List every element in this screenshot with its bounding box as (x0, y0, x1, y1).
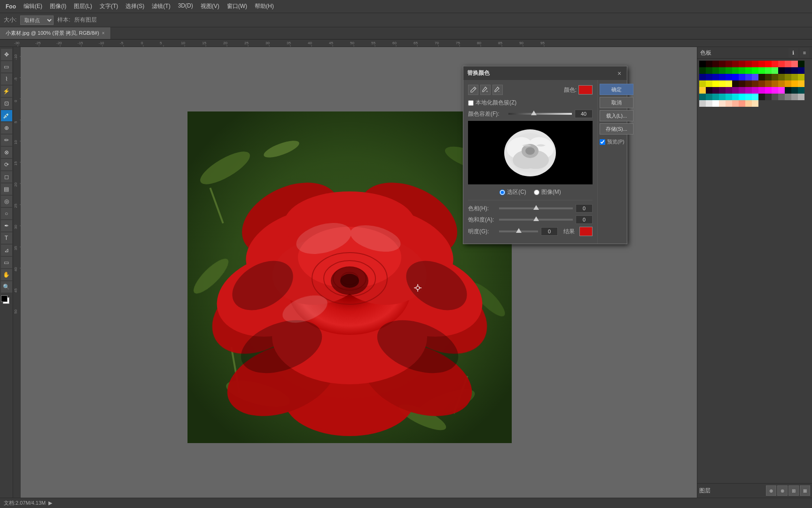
color-swatch[interactable] (791, 94, 798, 100)
color-swatch[interactable] (752, 87, 758, 94)
color-swatch[interactable] (765, 74, 772, 80)
color-swatch[interactable] (719, 74, 726, 80)
color-swatch[interactable] (732, 74, 739, 80)
layer-btn-3[interactable]: ⊞ (789, 485, 799, 496)
color-swatch[interactable] (726, 67, 732, 74)
menu-image[interactable]: 图像(I) (46, 0, 70, 12)
hand-tool[interactable]: ✋ (1, 269, 12, 280)
menu-edit[interactable]: 编辑(E) (20, 0, 46, 12)
color-swatch[interactable] (726, 74, 732, 80)
color-swatch[interactable] (745, 80, 752, 87)
gradient-tool[interactable]: ▤ (1, 183, 12, 195)
color-swatch[interactable] (712, 80, 719, 87)
localized-checkbox[interactable] (468, 100, 474, 106)
preview-checkbox[interactable] (600, 139, 605, 145)
color-swatch[interactable] (699, 80, 706, 87)
eyedropper-tool active[interactable]: 💉 (1, 110, 12, 121)
color-swatch[interactable] (752, 67, 758, 74)
color-swatch[interactable] (772, 94, 778, 100)
color-swatch[interactable] (798, 87, 804, 94)
result-color-swatch[interactable] (579, 227, 593, 236)
color-swatch[interactable] (732, 100, 739, 107)
color-swatch[interactable] (791, 80, 798, 87)
color-swatch[interactable] (745, 74, 752, 80)
color-swatch[interactable] (712, 61, 719, 67)
tab-close-button[interactable]: × (102, 31, 105, 36)
layer-btn-1[interactable]: ⊕ (766, 485, 776, 496)
cancel-button[interactable]: 取消 (600, 97, 633, 108)
color-swatch[interactable] (719, 80, 726, 87)
eraser-tool[interactable]: ◻ (1, 171, 12, 183)
selection-radio[interactable] (500, 190, 505, 195)
color-swatch[interactable] (778, 74, 785, 80)
menu-window[interactable]: 窗口(W) (223, 0, 251, 12)
color-swatch[interactable] (791, 61, 798, 67)
image-label[interactable]: 图像(M) (541, 188, 561, 196)
load-button[interactable]: 载入(L)... (600, 110, 633, 121)
color-swatch[interactable] (778, 67, 785, 74)
color-swatch[interactable] (745, 87, 752, 94)
lasso-tool[interactable]: ⌇ (1, 73, 12, 85)
color-swatch[interactable] (778, 94, 785, 100)
color-swatch[interactable] (726, 87, 732, 94)
color-swatch[interactable] (798, 74, 804, 80)
brightness-slider[interactable] (499, 230, 538, 232)
color-swatch[interactable] (739, 100, 745, 107)
color-swatch[interactable] (791, 87, 798, 94)
layer-btn-4[interactable]: ⊠ (800, 485, 810, 496)
color-swatch[interactable] (772, 61, 778, 67)
color-swatch[interactable] (706, 67, 712, 74)
color-swatch[interactable] (719, 94, 726, 100)
saturation-slider[interactable] (499, 219, 573, 221)
zoom-tool[interactable]: 🔍 (1, 281, 12, 293)
menu-text[interactable]: 文字(T) (96, 0, 122, 12)
color-swatch[interactable] (719, 87, 726, 94)
color-swatch[interactable] (772, 87, 778, 94)
panel-settings-button[interactable]: ≡ (800, 48, 809, 57)
color-swatch[interactable] (765, 67, 772, 74)
color-swatch[interactable] (712, 67, 719, 74)
color-swatch[interactable] (732, 87, 739, 94)
size-select[interactable]: 取样点 3×3平均 5×5平均 (20, 16, 54, 25)
color-swatch[interactable] (712, 100, 719, 107)
ok-button[interactable]: 确定 (600, 84, 633, 95)
heal-tool[interactable]: ⊕ (1, 122, 12, 134)
color-swatch[interactable] (726, 100, 732, 107)
color-swatch[interactable] (772, 67, 778, 74)
color-swatch[interactable] (719, 67, 726, 74)
color-swatch[interactable] (785, 80, 791, 87)
history-tool[interactable]: ⟳ (1, 159, 12, 170)
menu-layer[interactable]: 图层(L) (70, 0, 96, 12)
color-swatch[interactable] (785, 61, 791, 67)
selection-label[interactable]: 选区(C) (507, 188, 526, 196)
color-swatch[interactable] (706, 61, 712, 67)
color-swatch[interactable] (699, 74, 706, 80)
image-tab[interactable]: 小素材.jpg @ 100% (背景 拷贝, RGB/8#) × (0, 27, 111, 39)
color-swatch[interactable] (732, 67, 739, 74)
pen-tool[interactable]: ✒ (1, 220, 12, 231)
color-swatch[interactable] (739, 94, 745, 100)
brush-tool[interactable]: ✏ (1, 135, 12, 146)
hue-value[interactable]: 0 (576, 204, 593, 213)
color-swatch[interactable] (732, 61, 739, 67)
color-swatch[interactable] (758, 74, 765, 80)
color-swatch[interactable] (706, 100, 712, 107)
image-radio[interactable] (534, 190, 539, 195)
color-swatch[interactable] (765, 61, 772, 67)
color-swatch[interactable] (758, 80, 765, 87)
dodge-tool[interactable]: ○ (1, 208, 12, 219)
color-swatch[interactable] (706, 94, 712, 100)
menu-select[interactable]: 选择(S) (122, 0, 148, 12)
color-swatch[interactable] (739, 61, 745, 67)
menu-filter[interactable]: 滤镜(T) (148, 0, 174, 12)
color-swatch[interactable] (772, 80, 778, 87)
color-swatch[interactable] (758, 61, 765, 67)
color-swatch[interactable] (712, 94, 719, 100)
color-swatch[interactable] (699, 87, 706, 94)
localized-label[interactable]: 本地化颜色簇(Z) (476, 99, 516, 107)
color-swatch[interactable] (739, 87, 745, 94)
color-swatch[interactable] (712, 87, 719, 94)
blur-tool[interactable]: ◎ (1, 196, 12, 207)
foreground-bg-colors[interactable] (1, 295, 12, 307)
color-swatch[interactable] (706, 80, 712, 87)
